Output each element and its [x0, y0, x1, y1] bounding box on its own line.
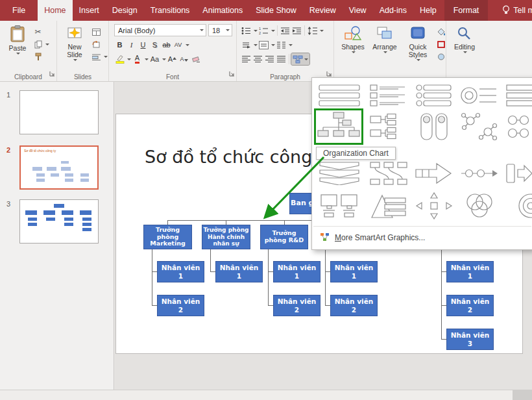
smartart-item-radial-cluster[interactable] — [460, 112, 499, 142]
slide-2-thumbnail[interactable]: Sơ đồ tổ chức công ty — [19, 145, 99, 190]
tab-add-ins[interactable]: Add-ins — [373, 0, 413, 21]
tab-animations[interactable]: Animations — [196, 0, 249, 21]
org-box-manager-rd[interactable]: Trưởng phòng R&D — [260, 225, 308, 249]
line-spacing-button[interactable] — [307, 25, 318, 36]
smartart-item-accent-list[interactable] — [415, 83, 453, 108]
smartart-item-basic-list[interactable] — [317, 83, 361, 108]
slide-3-thumbnail[interactable] — [19, 199, 99, 244]
slide-1-thumbnail[interactable] — [19, 90, 99, 134]
grow-font-button[interactable]: A — [167, 53, 178, 65]
italic-button[interactable]: I — [126, 39, 137, 51]
smartart-item-grouped-list[interactable] — [369, 83, 408, 108]
bullets-button[interactable] — [241, 25, 252, 36]
smartart-item-circle-list[interactable] — [460, 83, 499, 108]
tab-home[interactable]: Home — [38, 0, 72, 21]
smartart-item-alternating-process[interactable] — [369, 161, 408, 186]
font-color-button[interactable]: A — [132, 53, 143, 65]
tab-insert[interactable]: Insert — [73, 0, 106, 21]
text-direction-button[interactable] — [241, 39, 252, 51]
org-box-employee[interactable]: Nhân viên 1 — [446, 261, 494, 282]
slide-title[interactable]: Sơ đồ tổ chức công ty — [145, 147, 335, 167]
shape-effects-button[interactable] — [435, 51, 446, 62]
clear-formatting-button[interactable] — [190, 53, 201, 65]
bold-button[interactable]: B — [114, 39, 125, 51]
org-box-employee[interactable]: Nhân viên 1 — [273, 261, 320, 282]
align-text-button[interactable] — [258, 39, 269, 51]
tab-design[interactable]: Design — [106, 0, 144, 21]
text-shadow-button[interactable]: S — [149, 39, 160, 51]
org-box-employee[interactable]: Nhân viên 2 — [273, 295, 320, 316]
smartart-item-partial-radial[interactable] — [505, 112, 532, 142]
clipboard-dialog-launcher[interactable] — [49, 68, 55, 79]
org-box-employee[interactable]: Nhân viên 3 — [446, 329, 494, 350]
font-size-combobox[interactable]: 18 — [208, 24, 232, 36]
org-box-employee[interactable]: Nhân viên 2 — [446, 295, 494, 316]
tab-slide-show[interactable]: Slide Show — [249, 0, 303, 21]
org-box-employee[interactable]: Nhân viên 1 — [215, 261, 263, 282]
tab-format[interactable]: Format — [444, 0, 489, 21]
align-left-button[interactable] — [241, 53, 252, 65]
smartart-item-organization-chart[interactable] — [316, 110, 361, 143]
smartart-item-basic-arrow[interactable] — [415, 161, 453, 186]
numbering-button[interactable]: 12 — [258, 25, 269, 36]
shapes-button[interactable]: Shapes — [338, 23, 368, 53]
smartart-item-matrix-rotation[interactable] — [415, 190, 453, 222]
columns-button[interactable] — [276, 39, 287, 51]
justify-button[interactable] — [276, 53, 287, 65]
section-button[interactable] — [91, 51, 102, 62]
org-box-employee[interactable]: Nhân viên 1 — [157, 261, 204, 282]
org-box-manager-hanh-chinh[interactable]: Trưởng phòng Hành chính nhân sự — [202, 225, 250, 249]
tell-me-button[interactable]: Tell me — [496, 0, 532, 21]
font-name-combobox[interactable]: Arial (Body) — [114, 24, 206, 36]
change-case-button[interactable]: Aa — [149, 53, 160, 65]
tab-view[interactable]: View — [343, 0, 373, 21]
smartart-item-partial-process[interactable] — [505, 161, 532, 186]
new-slide-button[interactable]: New Slide — [61, 23, 88, 61]
scroll-corner[interactable] — [513, 390, 532, 400]
align-center-button[interactable] — [252, 53, 263, 65]
underline-button[interactable]: U — [138, 39, 149, 51]
decrease-indent-button[interactable] — [280, 25, 291, 36]
smartart-item-vertical-process[interactable] — [317, 161, 361, 186]
paste-button[interactable]: Paste — [5, 23, 30, 55]
tab-file[interactable]: File — [0, 0, 38, 21]
org-box-employee[interactable]: Nhân viên 2 — [330, 295, 378, 316]
smartart-item-picture-blocks[interactable] — [317, 190, 361, 222]
reset-slide-button[interactable] — [91, 38, 102, 50]
tab-transitions[interactable]: Transitions — [144, 0, 197, 21]
shape-fill-button[interactable] — [435, 26, 446, 38]
shrink-font-button[interactable]: A — [178, 53, 189, 65]
org-box-employee[interactable]: Nhân viên 2 — [157, 295, 204, 316]
copy-button[interactable] — [32, 38, 43, 50]
arrange-button[interactable]: Arrange — [369, 23, 400, 53]
org-connector-line — [325, 249, 326, 306]
convert-to-smartart-button[interactable] — [291, 53, 309, 65]
smartart-item-timeline[interactable] — [460, 161, 499, 186]
org-box-manager-marketing[interactable]: Trưởng phòng Marketing — [143, 225, 192, 249]
smartart-item-hierarchy-list[interactable] — [369, 112, 408, 142]
org-box-employee[interactable]: Nhân viên 1 — [330, 261, 378, 282]
format-painter-button[interactable] — [32, 51, 43, 62]
slide-layout-button[interactable] — [91, 26, 102, 38]
align-right-button[interactable] — [264, 53, 275, 65]
shape-outline-button[interactable] — [435, 38, 446, 50]
highlight-button[interactable] — [114, 53, 125, 65]
tab-review[interactable]: Review — [303, 0, 343, 21]
quick-styles-button[interactable]: Quick Styles — [402, 23, 434, 61]
character-spacing-button[interactable]: AV — [173, 39, 184, 51]
increase-indent-button[interactable] — [291, 25, 302, 36]
smartart-item-partial-list[interactable] — [505, 83, 532, 108]
font-dialog-launcher[interactable] — [229, 68, 235, 79]
editing-button[interactable]: Editing — [450, 23, 479, 53]
more-smartart-graphics[interactable]: More SmartArt Graphics... — [312, 228, 532, 247]
smartart-item-basic-venn[interactable] — [460, 190, 499, 222]
smartart-item-pyramid-list[interactable] — [369, 190, 408, 222]
strikethrough-button[interactable]: ab — [161, 39, 172, 51]
smartart-item-picture-capsules[interactable] — [415, 112, 453, 142]
shapes-icon — [345, 25, 361, 42]
cut-button[interactable]: ✂ — [32, 26, 43, 38]
numbered-list-icon: 12 — [259, 27, 269, 35]
tab-help[interactable]: Help — [413, 0, 443, 21]
clipboard-group-label: Clipboard — [0, 73, 56, 81]
smartart-item-partial-target[interactable] — [505, 190, 532, 222]
